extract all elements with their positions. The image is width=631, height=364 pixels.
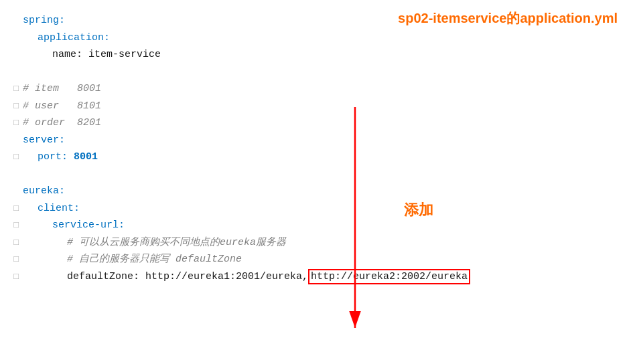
line-comment-item: □ # item 8001 — [0, 80, 631, 98]
comment-item: # item 8001 — [23, 83, 101, 94]
line-content: eureka: — [23, 183, 631, 200]
client-key: client: — [38, 203, 80, 214]
line-server: server: — [0, 132, 631, 149]
gutter: □ — [7, 99, 19, 114]
line-content: service-url: — [23, 217, 631, 234]
gutter: □ — [7, 82, 19, 96]
line-application: application: — [0, 29, 631, 47]
line-comment-cloud: □ # 可以从云服务商购买不同地点的eureka服务器 — [0, 234, 631, 252]
code-area: sp02-itemservice的application.yml 添加 spri… — [0, 0, 631, 297]
name-key: name: — [52, 49, 88, 60]
line-content: name: item-service — [23, 46, 631, 64]
line-content: # order 8201 — [23, 114, 631, 132]
gutter: □ — [7, 116, 19, 130]
line-comment-defaultzone: □ # 自己的服务器只能写 defaultZone — [0, 251, 631, 268]
service-url-key: service-url: — [52, 219, 125, 231]
gutter: □ — [7, 270, 19, 284]
line-content: # item 8001 — [23, 80, 631, 98]
defaultzone-val-highlighted: http://eureka2:2002/eureka — [308, 269, 470, 284]
server-key: server: — [23, 134, 65, 146]
name-val: item-service — [88, 49, 161, 60]
line-content: application: — [23, 29, 631, 47]
application-key: application: — [38, 32, 110, 43]
annotation-title: sp02-itemservice的application.yml — [398, 7, 618, 29]
line-empty1 — [0, 64, 631, 81]
line-name: name: item-service — [0, 46, 631, 64]
port-val: 8001 — [74, 151, 98, 163]
line-client: □ client: — [0, 200, 631, 217]
comment-user: # user 8101 — [23, 100, 101, 112]
line-content — [23, 166, 631, 183]
line-content: client: — [23, 200, 631, 217]
line-port: □ port: 8001 — [0, 149, 631, 166]
gutter: □ — [7, 252, 19, 267]
gutter: □ — [7, 218, 19, 233]
line-content: server: — [23, 132, 631, 149]
line-empty2 — [0, 166, 631, 183]
line-service-url: □ service-url: — [0, 217, 631, 234]
defaultzone-key: defaultZone: http://eureka1:2001/eureka, — [67, 271, 308, 282]
line-content: port: 8001 — [23, 149, 631, 166]
comment-defaultzone: # 自己的服务器只能写 defaultZone — [67, 254, 242, 265]
line-content: # 自己的服务器只能写 defaultZone — [23, 251, 631, 268]
add-label: 添加 — [404, 197, 433, 222]
port-key: port: — [38, 151, 74, 163]
line-comment-user: □ # user 8101 — [0, 98, 631, 115]
gutter: □ — [7, 201, 19, 216]
line-eureka: eureka: — [0, 183, 631, 200]
line-defaultzone-value: □ defaultZone: http://eureka1:2001/eurek… — [0, 268, 631, 286]
eureka-key: eureka: — [23, 185, 65, 197]
line-comment-order: □ # order 8201 — [0, 114, 631, 132]
line-content: # 可以从云服务商购买不同地点的eureka服务器 — [23, 234, 631, 252]
line-content — [23, 64, 631, 81]
comment-cloud: # 可以从云服务商购买不同地点的eureka服务器 — [67, 237, 286, 248]
spring-key: spring: — [23, 15, 65, 26]
gutter: □ — [7, 236, 19, 250]
comment-order: # order 8201 — [23, 117, 101, 128]
line-content: # user 8101 — [23, 98, 631, 115]
gutter: □ — [7, 150, 19, 165]
line-content: defaultZone: http://eureka1:2001/eureka,… — [23, 268, 631, 286]
